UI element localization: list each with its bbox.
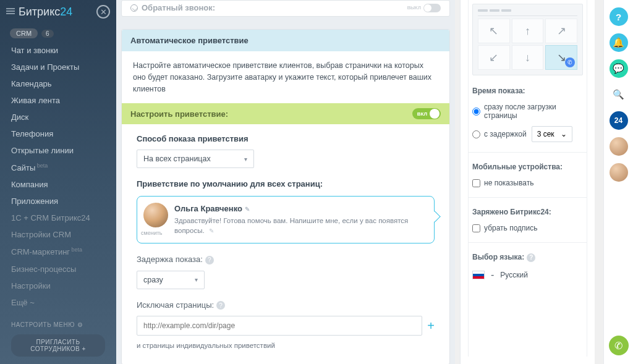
nav-1c[interactable]: 1С + CRM Битрикс24 [0, 210, 116, 226]
nav-telephony[interactable]: Телефония [0, 125, 116, 142]
pos-top-left[interactable]: ↖ [478, 19, 510, 43]
user-avatar[interactable] [610, 163, 628, 182]
logo: Битрикс24 [19, 6, 72, 19]
sidebar: Битрикс24 ✕ CRM 6 Чат и звонки Задачи и … [0, 0, 116, 364]
pos-top[interactable]: ↑ [512, 19, 544, 43]
nav-sites[interactable]: Сайты [0, 159, 116, 176]
flag-ru-icon [472, 271, 485, 279]
radio-immediate[interactable]: сразу после загрузки страницы [472, 103, 583, 120]
right-panel: ↖ ↑ ↗ ↙ ↓ ↘✆ Время показа: сразу после з… [460, 0, 595, 364]
callback-toggle[interactable]: ВЫКЛ [407, 4, 441, 12]
chevron-down-icon: ⌄ [561, 130, 567, 138]
radio-delay[interactable]: с задержкой [472, 130, 527, 138]
method-select[interactable]: На всех страницах▾ [137, 150, 254, 168]
greeting-text[interactable]: Здравствуйте! Готова помочь вам. Напишит… [174, 216, 424, 235]
crm-count: 6 [41, 30, 54, 38]
nav-feed[interactable]: Живая лента [0, 92, 116, 109]
time-title: Время показа: [472, 87, 583, 95]
crm-badge[interactable]: CRM [10, 28, 38, 38]
language-selector[interactable]: - Русский [472, 269, 583, 281]
pos-bottom-right[interactable]: ↘✆ [545, 45, 577, 70]
powered-hide-checkbox[interactable]: убрать подпись [472, 224, 583, 232]
add-icon[interactable]: + [427, 319, 435, 333]
nav-disk[interactable]: Диск [0, 109, 116, 125]
bell-icon[interactable]: 🔔 [610, 33, 628, 52]
mobile-hide-checkbox[interactable]: не показывать [472, 179, 583, 187]
close-icon[interactable]: ✕ [96, 5, 110, 19]
main-content: Обратный звонок: ВЫКЛ Автоматическое при… [116, 0, 455, 364]
help-icon[interactable]: ? [216, 301, 225, 310]
hamburger-icon[interactable] [6, 8, 15, 15]
configure-menu[interactable]: НАСТРОИТЬ МЕНЮ⚙ [11, 321, 105, 328]
greeting-toggle[interactable]: ВКЛ [412, 108, 441, 119]
position-picker: ↖ ↑ ↗ ↙ ↓ ↘✆ [472, 4, 583, 75]
powered-title: Заряжено Битрикс24: [472, 208, 583, 216]
help-icon[interactable]: ? [527, 253, 535, 262]
search-icon[interactable]: 🔍 [610, 85, 628, 104]
pencil-icon: ✎ [245, 206, 250, 213]
invite-button[interactable]: ПРИГЛАСИТЬ СОТРУДНИКОВ + [11, 334, 105, 357]
nav-calendar[interactable]: Календарь [0, 75, 116, 92]
change-avatar-link[interactable]: сменить [141, 230, 163, 236]
phone-icon [130, 4, 138, 12]
nav-crm-marketing[interactable]: CRM-маркетинг [0, 243, 116, 260]
call-button[interactable]: ✆ [609, 336, 629, 355]
greeting-bubble: сменить Ольга Кравченко✎ Здравствуйте! Г… [137, 196, 435, 243]
chevron-down-icon: ▾ [195, 276, 198, 283]
pos-top-right[interactable]: ↗ [545, 19, 577, 43]
callback-card: Обратный звонок: ВЫКЛ [121, 0, 450, 17]
delay-select[interactable]: сразу▾ [137, 271, 205, 289]
nav-crm-settings[interactable]: Настройки CRM [0, 226, 116, 243]
b24-icon[interactable]: 24 [610, 111, 628, 130]
lang-title: Выбор языка:? [472, 253, 583, 262]
method-label: Способ показа приветствия [137, 134, 435, 143]
nav-company[interactable]: Компания [0, 176, 116, 193]
nav-openlines[interactable]: Открытые линии [0, 142, 116, 159]
section-desc: Настройте автоматическое приветствие кли… [122, 51, 449, 103]
gear-icon: ⚙ [77, 321, 83, 328]
nav-settings[interactable]: Настройки [0, 277, 116, 294]
exclude-url-input[interactable] [137, 316, 422, 336]
pos-bottom[interactable]: ↓ [512, 45, 544, 70]
exclude-label: Исключая страницы:? [137, 300, 435, 310]
agent-name[interactable]: Ольга Кравченко✎ [174, 204, 424, 213]
nav-apps[interactable]: Приложения [0, 193, 116, 210]
delay-label: Задержка показа:? [137, 255, 435, 265]
pos-bottom-left[interactable]: ↙ [478, 45, 510, 70]
nav-bizproc[interactable]: Бизнес-процессы [0, 261, 116, 277]
chevron-down-icon: ▾ [244, 156, 247, 163]
user-avatar[interactable] [610, 137, 628, 156]
section-title: Автоматическое приветствие [122, 30, 449, 51]
nav-more[interactable]: Ещё ~ [0, 294, 116, 311]
delay-seconds-select[interactable]: 3 сек⌄ [532, 126, 572, 142]
avatar[interactable] [143, 203, 168, 227]
mobile-title: Мобильные устройства: [472, 163, 583, 171]
greeting-section: Автоматическое приветствие Настройте авт… [121, 29, 450, 364]
callback-label: Обратный звонок: [142, 3, 215, 12]
default-greeting-label: Приветствие по умолчанию для всех страни… [137, 179, 435, 188]
pencil-icon: ✎ [209, 227, 214, 234]
help-icon[interactable]: ? [205, 256, 214, 265]
nav-chat[interactable]: Чат и звонки [0, 42, 116, 59]
exclude-note: и страницы индивидуальных приветствий [137, 342, 435, 349]
phone-icon: ✆ [565, 57, 575, 67]
help-icon[interactable]: ? [610, 7, 628, 26]
chat-icon[interactable]: 💬 [610, 59, 628, 78]
setup-greeting-label: Настроить приветствие: [130, 109, 228, 119]
nav-tasks[interactable]: Задачи и Проекты [0, 59, 116, 75]
right-rail: ? 🔔 💬 🔍 24 ✆ [603, 0, 633, 364]
